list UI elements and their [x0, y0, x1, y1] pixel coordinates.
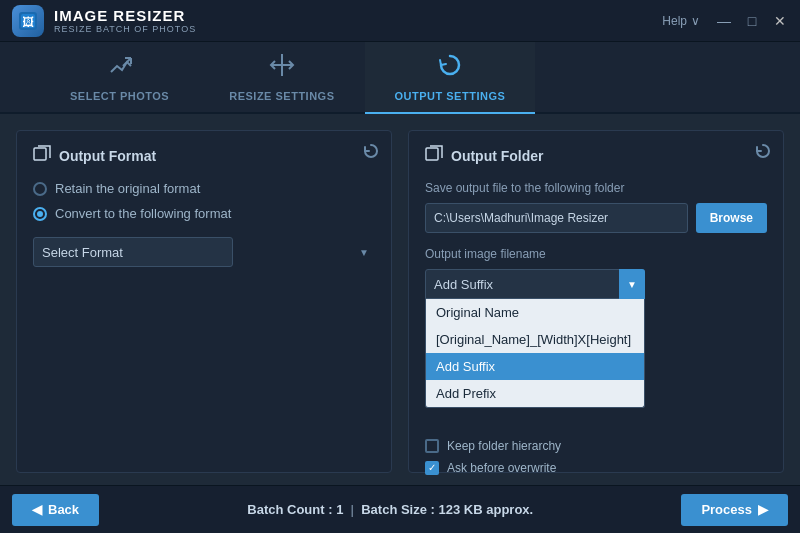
output-format-title-text: Output Format	[59, 148, 156, 164]
app-subtitle: RESIZE BATCH OF PHOTOS	[54, 24, 196, 34]
ask-overwrite-option[interactable]: Ask before overwrite	[425, 461, 767, 475]
bottom-bar: ◀ Back Batch Count : 1 | Batch Size : 12…	[0, 485, 800, 533]
browse-button[interactable]: Browse	[696, 203, 767, 233]
output-format-reset-button[interactable]	[363, 143, 379, 163]
format-select[interactable]: Select Format	[33, 237, 233, 267]
process-arrow-icon: ▶	[758, 502, 768, 517]
output-settings-icon	[437, 52, 463, 84]
maximize-button[interactable]: □	[744, 13, 760, 29]
resize-settings-icon	[269, 52, 295, 84]
filename-dropdown-container: Add Suffix ▼ Original Name [Original_Nam…	[425, 269, 645, 299]
batch-info: Batch Count : 1 | Batch Size : 123 KB ap…	[247, 502, 533, 517]
tab-select-photos[interactable]: SELECT PHOTOS	[40, 42, 199, 114]
folder-path-input[interactable]	[425, 203, 688, 233]
tab-resize-settings-label: RESIZE SETTINGS	[229, 90, 334, 102]
svg-rect-9	[426, 148, 438, 160]
output-format-title: Output Format	[33, 145, 375, 167]
process-button-label: Process	[701, 502, 752, 517]
filename-dropdown-list: Original Name [Original_Name]_[Width]X[H…	[425, 299, 645, 408]
app-title-block: IMAGE RESIZER RESIZE BATCH OF PHOTOS	[54, 7, 196, 34]
titlebar-left: 🖼 IMAGE RESIZER RESIZE BATCH OF PHOTOS	[12, 5, 196, 37]
batch-size-value: 123 KB approx.	[439, 502, 534, 517]
output-folder-panel: Output Folder Save output file to the fo…	[408, 130, 784, 473]
keep-folder-option[interactable]: Keep folder hierarchy	[425, 439, 767, 453]
back-arrow-icon: ◀	[32, 502, 42, 517]
batch-count-label: Batch Count :	[247, 502, 332, 517]
retain-format-option[interactable]: Retain the original format	[33, 181, 375, 196]
retain-format-label: Retain the original format	[55, 181, 200, 196]
app-icon: 🖼	[12, 5, 44, 37]
svg-rect-8	[34, 148, 46, 160]
ask-overwrite-checkbox[interactable]	[425, 461, 439, 475]
help-label: Help	[662, 14, 687, 28]
checkbox-group: Keep folder hierarchy Ask before overwri…	[425, 439, 767, 475]
save-folder-label: Save output file to the following folder	[425, 181, 767, 195]
chevron-down-icon: ∨	[691, 14, 700, 28]
back-button[interactable]: ◀ Back	[12, 494, 99, 526]
output-folder-reset-button[interactable]	[755, 143, 771, 163]
convert-format-label: Convert to the following format	[55, 206, 231, 221]
convert-format-option[interactable]: Convert to the following format	[33, 206, 375, 221]
keep-folder-checkbox[interactable]	[425, 439, 439, 453]
output-format-icon	[33, 145, 51, 167]
format-select-value: Select Format	[42, 245, 123, 260]
output-format-panel: Output Format Retain the original format…	[16, 130, 392, 473]
dropdown-item-original-name[interactable]: Original Name	[426, 299, 644, 326]
filename-label: Output image filename	[425, 247, 767, 261]
tab-resize-settings[interactable]: RESIZE SETTINGS	[199, 42, 364, 114]
tab-select-photos-label: SELECT PHOTOS	[70, 90, 169, 102]
format-select-arrow-icon: ▼	[359, 247, 369, 258]
keep-folder-label: Keep folder hierarchy	[447, 439, 561, 453]
folder-input-row: Browse	[425, 203, 767, 233]
dropdown-item-original-name-size[interactable]: [Original_Name]_[Width]X[Height]	[426, 326, 644, 353]
convert-format-radio[interactable]	[33, 207, 47, 221]
process-button[interactable]: Process ▶	[681, 494, 788, 526]
filename-dropdown-value: Add Suffix	[434, 277, 493, 292]
format-radio-group: Retain the original format Convert to th…	[33, 181, 375, 221]
dropdown-item-add-prefix[interactable]: Add Prefix	[426, 380, 644, 407]
batch-count-value: 1	[336, 502, 343, 517]
filename-dropdown-arrow-icon[interactable]: ▼	[619, 269, 645, 299]
tabs-bar: SELECT PHOTOS RESIZE SETTINGS OUTPUT SET…	[0, 42, 800, 114]
tab-output-settings[interactable]: OUTPUT SETTINGS	[365, 42, 536, 114]
output-folder-title: Output Folder	[425, 145, 767, 167]
minimize-button[interactable]: —	[716, 13, 732, 29]
help-button[interactable]: Help ∨	[662, 14, 700, 28]
main-content: Output Format Retain the original format…	[0, 114, 800, 485]
ask-overwrite-label: Ask before overwrite	[447, 461, 556, 475]
titlebar-right: Help ∨ — □ ✕	[662, 13, 788, 29]
batch-size-label: Batch Size :	[361, 502, 435, 517]
filename-dropdown-header[interactable]: Add Suffix ▼	[425, 269, 645, 299]
format-select-container: Select Format ▼	[33, 237, 375, 267]
svg-text:🖼: 🖼	[22, 15, 34, 29]
window-controls: — □ ✕	[716, 13, 788, 29]
retain-format-radio[interactable]	[33, 182, 47, 196]
titlebar: 🖼 IMAGE RESIZER RESIZE BATCH OF PHOTOS H…	[0, 0, 800, 42]
close-button[interactable]: ✕	[772, 13, 788, 29]
output-folder-icon	[425, 145, 443, 167]
output-folder-title-text: Output Folder	[451, 148, 544, 164]
back-button-label: Back	[48, 502, 79, 517]
dropdown-item-add-suffix[interactable]: Add Suffix	[426, 353, 644, 380]
select-photos-icon	[107, 52, 133, 84]
tab-output-settings-label: OUTPUT SETTINGS	[395, 90, 506, 102]
app-title: IMAGE RESIZER	[54, 7, 196, 24]
